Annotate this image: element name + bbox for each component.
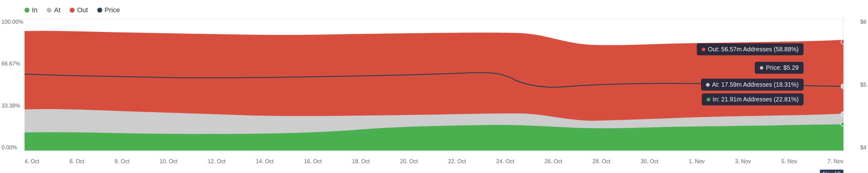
legend-in: In [25, 6, 37, 14]
tooltip-at-dot [706, 83, 710, 87]
tooltip-at: At: 17.59m Addresses (18.31%) [701, 79, 804, 91]
chart-container: In At Out Price 100.00% 66.67% 33.38% 0.… [0, 0, 868, 173]
x-label-17: 7. Nov [828, 158, 843, 165]
legend-price: Price [97, 6, 120, 14]
y-label-0: 0.00% [2, 144, 23, 151]
legend-in-dot [25, 8, 29, 12]
x-label-16: 5. Nov [781, 158, 797, 165]
tooltip-price: Price: $5.29 [755, 62, 804, 74]
x-label-5: 14. Oct [256, 158, 274, 165]
in-dot [841, 122, 843, 126]
tooltip-out: Out: 56.57m Addresses (58.88%) [697, 43, 804, 55]
x-label-13: 30. Oct [641, 158, 658, 165]
legend-in-label: In [32, 6, 37, 14]
price-label-5: $5 [860, 82, 866, 88]
tooltip-price-label: Price: $5.29 [766, 64, 799, 71]
x-label-4: 12. Oct [208, 158, 225, 165]
tooltip-in-label: In: 21.91m Addresses (22.81%) [713, 96, 799, 103]
tooltip-out-label: Out: 56.57m Addresses (58.88%) [708, 46, 799, 53]
out-dot [841, 39, 843, 44]
x-label-3: 10. Oct [159, 158, 177, 165]
x-label-9: 22. Oct [448, 158, 466, 165]
price-dot [841, 84, 843, 89]
legend-price-dot [97, 8, 102, 12]
x-label-14: 1. Nov [689, 158, 705, 165]
x-label-1: 6. Oct [70, 158, 84, 165]
x-label-2: 8. Oct [115, 158, 129, 165]
x-label-7: 18. Oct [352, 158, 370, 165]
y-axis: 100.00% 66.67% 33.38% 0.00% [2, 19, 23, 151]
tooltip-price-dot [760, 66, 763, 70]
legend-out-label: Out [77, 6, 88, 14]
price-y-axis: $6 $5 $4 [860, 19, 866, 151]
x-label-11: 26. Oct [544, 158, 562, 165]
tooltip-in: In: 21.91m Addresses (22.81%) [702, 93, 804, 106]
legend-out: Out [70, 6, 88, 14]
price-label-4: $4 [860, 144, 866, 151]
chart-area: 100.00% 66.67% 33.38% 0.00% $6 $5 $4 [25, 19, 843, 151]
legend-at-label: At [54, 6, 60, 14]
legend-price-label: Price [105, 6, 120, 14]
x-label-12: 28. Oct [592, 158, 610, 165]
price-label-6: $6 [860, 19, 866, 25]
x-label-8: 20. Oct [400, 158, 418, 165]
tooltip-out-dot [702, 48, 705, 51]
y-label-33: 33.38% [2, 103, 23, 109]
y-label-100: 100.00% [2, 19, 23, 25]
at-dot [841, 112, 843, 116]
tooltip-at-label: At: 17.59m Addresses (18.31%) [712, 81, 799, 88]
x-label-6: 16. Oct [304, 158, 322, 165]
x-label-0: 4. Oct [25, 158, 39, 165]
legend: In At Out Price [25, 6, 843, 14]
y-label-66: 66.67% [2, 61, 23, 67]
current-date-label: Nov 10 [820, 170, 843, 173]
x-axis: 4. Oct 6. Oct 8. Oct 10. Oct 12. Oct 14.… [25, 158, 843, 165]
tooltip-in-dot [707, 98, 710, 102]
x-label-10: 24. Oct [496, 158, 514, 165]
legend-at-dot [46, 8, 52, 12]
legend-at: At [46, 6, 60, 14]
x-label-15: 3. Nov [735, 158, 751, 165]
legend-out-dot [70, 8, 74, 12]
